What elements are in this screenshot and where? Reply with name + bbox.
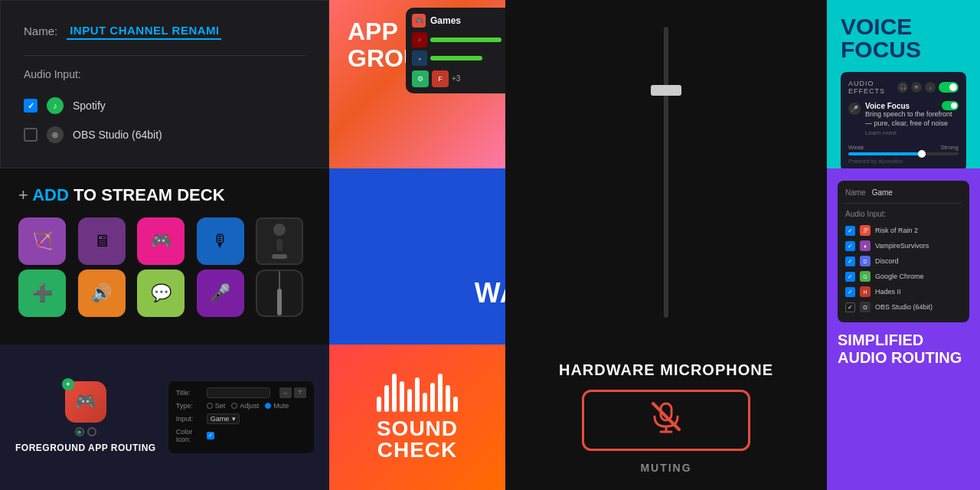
slider-track: [664, 27, 668, 318]
add-word: ADD: [32, 185, 69, 204]
sp-cb-2[interactable]: [845, 241, 855, 251]
games-label: Games: [430, 15, 461, 26]
simplified-line2: AUDIO ROUTING: [838, 349, 962, 366]
audio-input-label: Audio Input:: [24, 68, 305, 80]
spotify-checkbox[interactable]: [24, 99, 38, 113]
obs-checkbox[interactable]: [24, 128, 38, 142]
fg-title-label: Title:: [176, 389, 201, 397]
deck-btn-mic-plus[interactable]: 🎙: [197, 217, 244, 265]
deck-btn-chat[interactable]: 💬: [137, 270, 185, 317]
fg-title-field[interactable]: [207, 387, 270, 398]
fg-radio-2[interactable]: [87, 427, 96, 436]
game-thumb-2: ●: [412, 51, 427, 66]
sp-app-6: OBS Studio (64bit): [875, 303, 933, 311]
spotify-icon: ♪: [47, 97, 64, 114]
sp-icon-4: G: [860, 271, 871, 282]
vf-powered-by: Powered by ai|coustics: [848, 158, 959, 164]
fg-radio-mute-dot: [265, 403, 271, 409]
slider-thumb[interactable]: [651, 85, 681, 96]
deck-btn-plus[interactable]: ➕: [18, 270, 66, 317]
vf-wifi-icon: ≋: [911, 82, 922, 93]
fg-radio-adjust[interactable]: Adjust: [231, 402, 259, 410]
sp-cb-1[interactable]: [845, 226, 855, 236]
vf-toggle[interactable]: [939, 82, 959, 93]
fg-arrow-icon[interactable]: ↔: [279, 387, 292, 398]
deck-btn-stick[interactable]: [256, 217, 303, 265]
sp-icon-2: ♦: [860, 240, 871, 251]
vf-feature-name: Voice Focus: [865, 102, 910, 110]
sp-item-4: G Google Chrome: [845, 269, 962, 284]
vf-slider-strong: Strong: [940, 144, 959, 151]
sp-app-4: Google Chrome: [875, 273, 924, 280]
simplified-title: SIMPLIFIED AUDIO ROUTING: [838, 332, 969, 367]
deck-btn-waveform[interactable]: [256, 270, 303, 317]
wave-bar-7: [423, 393, 427, 412]
fg-title: FOREGROUND APP ROUTING: [15, 443, 156, 453]
sp-cb-4[interactable]: [845, 272, 855, 282]
sp-icon-1: ⛈: [860, 225, 871, 236]
fg-mute-label: Mute: [273, 402, 289, 410]
vf-headphone-icon: 🎧: [897, 82, 908, 93]
audio-item-spotify: ♪ Spotify: [24, 91, 305, 120]
voice-focus-panel: VOICE FOCUS AUDIO EFFECTS 🎧 ≋ ♪ 🎤 Voice …: [827, 0, 980, 168]
vf-feature-toggle[interactable]: [942, 101, 959, 110]
deck-btn-speaker[interactable]: 🔊: [78, 270, 126, 317]
game-bar-1: [430, 38, 501, 42]
app-icon-2: F: [432, 70, 449, 87]
audio-item-obs: ◎ OBS Studio (64bit): [24, 120, 305, 149]
voice-focus-inner-panel: AUDIO EFFECTS 🎧 ≋ ♪ 🎤 Voice Focus Bri: [841, 72, 966, 168]
muting-header: HARDWARE MICROPHONE: [559, 361, 773, 379]
wave-bar-4: [400, 381, 404, 412]
fg-radio-1[interactable]: [75, 427, 84, 436]
muting-panel: HARDWARE MICROPHONE MUTING: [505, 345, 827, 490]
deck-btn-mic2[interactable]: 🎤: [197, 270, 244, 317]
deck-btn-display[interactable]: 🖥: [78, 217, 126, 265]
name-input[interactable]: [67, 22, 221, 40]
foreground-panel: + 🎮 FOREGROUND APP ROUTING Title: ↔ ⊤ Ty…: [0, 345, 329, 490]
game-bar-2: [430, 56, 482, 60]
sp-app-1: Risk of Rain 2: [875, 227, 918, 234]
vf-feature-desc: Bring speech to the forefront — pure, cl…: [865, 110, 959, 128]
sound-check-title: SOUND CHECK: [377, 418, 458, 461]
name-row: Name:: [24, 22, 305, 40]
vf-slider[interactable]: [848, 152, 959, 155]
sp-divider: [845, 203, 962, 204]
wave-bar-6: [415, 377, 420, 412]
deck-btn-gamepad[interactable]: 🎮: [137, 217, 185, 265]
sound-check-line1: SOUND: [377, 416, 458, 440]
sp-cb-6[interactable]: [845, 302, 855, 312]
wave-bar-5: [407, 389, 412, 412]
sp-cb-5[interactable]: [845, 287, 855, 297]
vf-panel-title: AUDIO EFFECTS: [848, 80, 897, 95]
fg-color-checkbox[interactable]: ✓: [207, 432, 214, 439]
wave-bar-2: [384, 385, 389, 412]
stream-deck-title: + ADD TO STREAM DECK: [18, 185, 311, 205]
wave-bar-1: [377, 397, 381, 412]
fg-input-select[interactable]: Game ▾: [207, 413, 240, 424]
app-grouping-preview: 🎮 Games ⚔ ● ⚙ F +3: [406, 8, 505, 93]
name-label: Name:: [24, 24, 57, 38]
sp-cb-3[interactable]: [845, 256, 855, 266]
app-icon-1: ⚙: [412, 70, 429, 87]
sp-item-3: D Discord: [845, 253, 962, 269]
sp-name-label: Name: [845, 188, 866, 197]
sp-app-2: VampireSurvivors: [875, 242, 929, 250]
sound-check-line2: CHECK: [377, 438, 458, 462]
fg-input-label: Input:: [176, 415, 201, 423]
stream-deck-panel: + ADD TO STREAM DECK 🏹 🖥 🎮 🎙 ➕ 🔊 💬 🎤: [0, 168, 329, 345]
vf-learn-more[interactable]: Learn more: [865, 129, 959, 136]
fg-radio-mute[interactable]: Mute: [265, 402, 289, 410]
fg-tv-icon[interactable]: ⊤: [294, 387, 306, 398]
fg-type-label: Type:: [176, 402, 201, 410]
voice-focus-title: VOICE FOCUS: [841, 15, 966, 61]
fg-radio-set[interactable]: Set: [207, 402, 226, 410]
simplified-panel: Name Game Audio Input: ⛈ Risk of Rain 2 …: [827, 168, 980, 490]
obs-name: OBS Studio (64bit): [73, 129, 162, 141]
fg-settings-panel: Title: ↔ ⊤ Type: Set Adjust Mute: [168, 381, 314, 453]
wave-bar-9: [438, 374, 443, 412]
games-icon: 🎮: [412, 14, 426, 28]
deck-btn-crossbow[interactable]: 🏹: [18, 217, 66, 265]
fg-input-value: Game: [211, 415, 230, 423]
voice-focus-line1: VOICE: [841, 14, 912, 39]
plus-sign: +: [18, 185, 28, 204]
